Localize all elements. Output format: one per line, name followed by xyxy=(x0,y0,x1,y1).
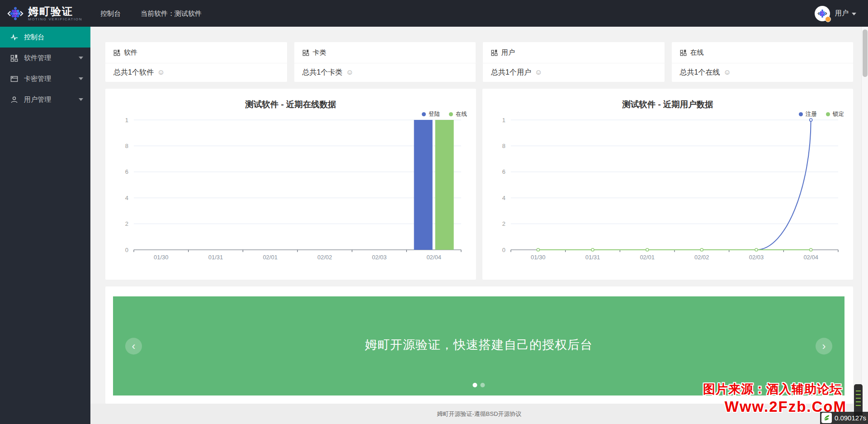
user-line-chart: 02468101/3001/3102/0102/0202/0302/04 xyxy=(489,114,846,270)
stat-card-value: 总共1个软件 xyxy=(113,68,154,77)
scrollbar-thumb[interactable] xyxy=(863,29,868,77)
legend-label: 登陆 xyxy=(429,110,440,118)
carousel-prev-button[interactable]: ‹ xyxy=(125,338,142,354)
user-menu[interactable]: 用户 xyxy=(815,0,868,27)
nav-console[interactable]: 控制台 xyxy=(90,0,131,27)
svg-text:02/02: 02/02 xyxy=(317,254,332,261)
legend-item-login[interactable]: 登陆 xyxy=(422,110,440,118)
svg-text:1: 1 xyxy=(502,117,505,124)
apps-icon xyxy=(113,49,120,56)
sidebar-item-label: 软件管理 xyxy=(24,54,51,62)
apps-icon xyxy=(302,49,309,56)
load-time-value: 0.090127s xyxy=(835,414,866,422)
brand-logo[interactable]: 姆町验证 MOTING VERIFICATION xyxy=(0,0,90,27)
top-header: 姆町验证 MOTING VERIFICATION 控制台 当前软件：测试软件 用… xyxy=(0,0,868,27)
legend-dot xyxy=(449,112,453,116)
carousel-next-button[interactable]: › xyxy=(816,338,832,354)
svg-text:0: 0 xyxy=(125,247,128,253)
apps-icon xyxy=(10,54,18,62)
smile-icon: ☺ xyxy=(346,68,353,76)
chart-title: 测试软件 - 近期在线数据 xyxy=(112,95,469,114)
online-chart-card: 测试软件 - 近期在线数据 登陆 在线 02468101/3001/3102/0… xyxy=(105,89,476,280)
stat-card-value: 总共1个在线 xyxy=(680,68,720,77)
svg-text:4: 4 xyxy=(502,195,505,201)
svg-text:02/01: 02/01 xyxy=(263,254,278,261)
apps-icon xyxy=(491,49,498,56)
svg-text:02/03: 02/03 xyxy=(372,254,387,261)
chevron-down-icon xyxy=(79,77,83,80)
legend-dot xyxy=(799,112,803,116)
pulse-icon xyxy=(10,33,18,41)
user-chart-card: 测试软件 - 近期用户数据 注册 锁定 02468101/3001/3102/0… xyxy=(482,89,853,280)
svg-text:02/01: 02/01 xyxy=(640,254,655,261)
stat-card-title: 卡类 xyxy=(313,48,326,57)
avatar-badge xyxy=(825,16,831,22)
sidebar-item-cards[interactable]: 卡密管理 xyxy=(0,68,90,89)
sidebar-item-console[interactable]: 控制台 xyxy=(0,27,90,48)
legend-dot xyxy=(422,112,426,116)
svg-text:6: 6 xyxy=(502,168,505,175)
stat-card-software: 软件 总共1个软件 ☺ xyxy=(105,42,287,82)
legend-item-locked[interactable]: 锁定 xyxy=(826,110,844,118)
vertical-scrollbar[interactable] xyxy=(861,27,868,424)
chevron-down-icon xyxy=(79,57,83,59)
svg-text:8: 8 xyxy=(125,143,128,149)
sidebar-item-users[interactable]: 用户管理 xyxy=(0,89,90,110)
legend-dot xyxy=(826,112,830,116)
top-navigation: 控制台 当前软件：测试软件 xyxy=(90,0,212,27)
svg-text:4: 4 xyxy=(125,195,128,201)
carousel-indicators xyxy=(473,383,485,387)
carousel-dot[interactable] xyxy=(481,383,485,387)
svg-text:02/02: 02/02 xyxy=(694,254,709,261)
user-label: 用户 xyxy=(835,9,849,18)
stat-card-users: 用户 总共1个用户 ☺ xyxy=(483,42,665,82)
legend-label: 锁定 xyxy=(833,110,844,118)
sidebar: 控制台 软件管理 卡密管理 用户管理 xyxy=(0,27,90,424)
stat-card-title: 软件 xyxy=(124,48,137,57)
nav-current-software[interactable]: 当前软件：测试软件 xyxy=(131,0,212,27)
stat-card-value: 总共1个卡类 xyxy=(302,68,343,77)
brand-subtitle: MOTING VERIFICATION xyxy=(28,17,82,21)
svg-text:1: 1 xyxy=(125,117,128,124)
carousel-slide-text: 姆町开源验证，快速搭建自己的授权后台 xyxy=(113,337,844,353)
card-icon xyxy=(10,75,18,83)
page-load-time-widget: 0.090127s xyxy=(820,412,868,424)
legend-item-register[interactable]: 注册 xyxy=(799,110,817,118)
legend-label: 注册 xyxy=(806,110,817,118)
svg-text:0: 0 xyxy=(502,247,505,253)
charts-row: 测试软件 - 近期在线数据 登陆 在线 02468101/3001/3102/0… xyxy=(105,89,853,280)
svg-text:6: 6 xyxy=(125,168,128,175)
svg-text:02/04: 02/04 xyxy=(803,254,818,261)
leaf-icon xyxy=(821,413,832,423)
sidebar-item-label: 控制台 xyxy=(24,33,44,42)
chart-title: 测试软件 - 近期用户数据 xyxy=(489,95,846,114)
svg-text:01/31: 01/31 xyxy=(585,254,600,261)
stat-card-cardtypes: 卡类 总共1个卡类 ☺ xyxy=(294,42,476,82)
svg-text:02/03: 02/03 xyxy=(749,254,764,261)
carousel-dot[interactable] xyxy=(473,383,477,387)
smile-icon: ☺ xyxy=(535,68,542,76)
stat-card-online: 在线 总共1个在线 ☺ xyxy=(672,42,854,82)
legend-label: 在线 xyxy=(456,110,467,118)
svg-text:01/30: 01/30 xyxy=(154,254,169,261)
sidebar-item-label: 用户管理 xyxy=(24,95,51,104)
svg-text:8: 8 xyxy=(502,143,505,149)
chart-legend: 注册 锁定 xyxy=(799,110,844,118)
svg-text:02/04: 02/04 xyxy=(426,254,441,261)
sidebar-item-software[interactable]: 软件管理 xyxy=(0,48,90,68)
chevron-down-icon xyxy=(79,98,83,101)
stat-card-value: 总共1个用户 xyxy=(491,68,531,77)
online-bar-chart: 02468101/3001/3102/0102/0202/0302/04 xyxy=(112,114,469,270)
stat-card-title: 在线 xyxy=(690,48,704,57)
avatar xyxy=(815,6,830,21)
svg-text:01/30: 01/30 xyxy=(531,254,546,261)
main-content: 软件 总共1个软件 ☺ 卡类 总共1 xyxy=(90,27,868,424)
svg-text:2: 2 xyxy=(502,220,505,227)
apps-icon xyxy=(680,49,687,56)
svg-text:2: 2 xyxy=(125,220,128,227)
stat-card-title: 用户 xyxy=(501,48,515,57)
watermark-source-text: 图片来源：酒入辅助论坛 xyxy=(703,381,842,397)
smile-icon: ☺ xyxy=(157,68,165,76)
legend-item-online[interactable]: 在线 xyxy=(449,110,467,118)
chart-legend: 登陆 在线 xyxy=(422,110,467,118)
